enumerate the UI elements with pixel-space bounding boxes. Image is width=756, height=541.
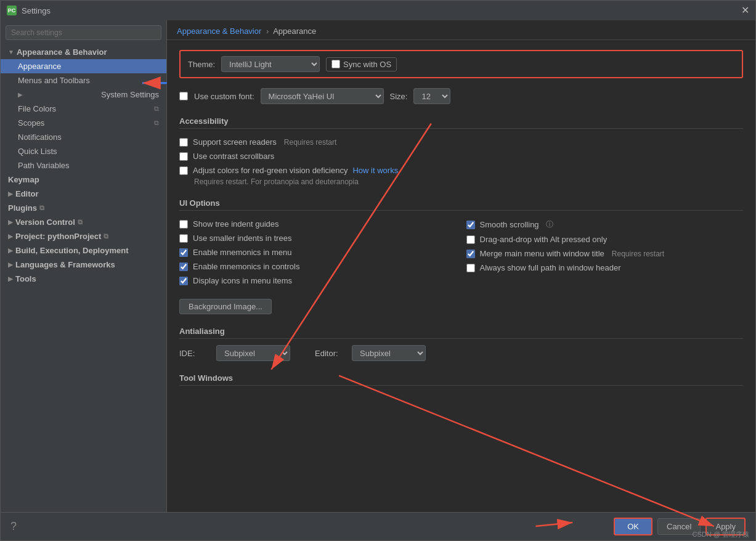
smooth-scrolling-checkbox[interactable] (466, 221, 475, 229)
mnemonics-controls-row: Enable mnemonics in controls (179, 259, 457, 274)
screen-readers-note: Requires restart (284, 138, 336, 147)
sidebar-item-plugins[interactable]: Plugins ⧉ (1, 201, 166, 215)
search-input[interactable] (6, 25, 161, 40)
app-icon: PC (7, 6, 17, 15)
ui-options-grid: Show tree indent guides Use smaller inde… (179, 217, 743, 288)
antialiasing-section: Antialiasing IDE: Subpixel Greyscale Non… (179, 327, 743, 361)
color-deficiency-row: Adjust colors for red-green vision defic… (179, 163, 743, 177)
copy-icon: ⧉ (154, 105, 159, 113)
full-path-checkbox[interactable] (466, 264, 475, 272)
smaller-indents-row: Use smaller indents in trees (179, 231, 457, 245)
sidebar-item-menus-toolbars[interactable]: Menus and Toolbars (1, 73, 166, 87)
expand-arrow-build: ▶ (8, 247, 13, 254)
tool-windows-section: Tool Windows (179, 373, 743, 386)
smooth-scrolling-info-icon: ⓘ (546, 219, 553, 230)
sidebar-item-path-variables[interactable]: Path Variables (1, 158, 166, 173)
contrast-scrollbars-row: Use contrast scrollbars (179, 149, 743, 163)
main-panel: Appearance & Behavior › Appearance Theme… (167, 20, 755, 512)
theme-label: Theme: (188, 60, 215, 69)
color-deficiency-checkbox[interactable] (179, 166, 188, 175)
help-button[interactable]: ? (10, 520, 17, 533)
bg-image-row: Background Image... (179, 294, 743, 314)
font-select[interactable]: Microsoft YaHei UI (261, 88, 384, 104)
merge-menu-row: Merge main menu with window title Requir… (466, 246, 744, 261)
display-icons-row: Display icons in menu items (179, 274, 457, 288)
display-icons-checkbox[interactable] (179, 277, 188, 285)
sidebar-item-system-settings[interactable]: ▶ System Settings (1, 87, 166, 102)
sidebar-item-languages[interactable]: ▶ Languages & Frameworks (1, 258, 166, 272)
tree-indent-label: Show tree indent guides (193, 219, 278, 229)
screen-readers-label: Support screen readers (193, 137, 277, 147)
tree-indent-checkbox[interactable] (179, 220, 188, 229)
expand-arrow-tools: ▶ (8, 275, 13, 282)
sidebar-item-file-colors[interactable]: File Colors ⧉ (1, 102, 166, 116)
expand-arrow-system: ▶ (18, 91, 23, 98)
ide-aa-select[interactable]: Subpixel Greyscale None (216, 345, 290, 361)
full-path-row: Always show full path in window header (466, 261, 744, 275)
sidebar-item-notifications[interactable]: Notifications (1, 130, 166, 144)
sidebar-item-appearance-behavior[interactable]: ▼ Appearance & Behavior (1, 45, 166, 59)
ui-options-section: UI Options Show tree indent guides Use s… (179, 198, 743, 314)
copy-icon-project: ⧉ (104, 232, 108, 240)
accessibility-section: Accessibility Support screen readers Req… (179, 116, 743, 186)
sidebar-item-build[interactable]: ▶ Build, Execution, Deployment (1, 243, 166, 258)
theme-select[interactable]: IntelliJ Light Darcula High contrast (221, 56, 320, 72)
size-label: Size: (390, 92, 408, 101)
contrast-scrollbars-checkbox[interactable] (179, 152, 188, 161)
breadcrumb: Appearance & Behavior › Appearance (167, 20, 755, 40)
search-box (1, 20, 166, 45)
sync-with-os-label: Sync with OS (343, 60, 391, 69)
mnemonics-controls-label: Enable mnemonics in controls (193, 262, 299, 271)
title-bar-left: PC Settings (7, 6, 51, 15)
smooth-scrolling-label: Smooth scrolling (480, 220, 539, 229)
tool-windows-title: Tool Windows (179, 373, 743, 386)
sync-with-os-checkbox[interactable] (331, 60, 340, 68)
merge-menu-note: Requires restart (612, 250, 664, 258)
expand-arrow-lang: ▶ (8, 261, 13, 268)
footer: ? OK Cancel Apply (1, 512, 755, 540)
sidebar-item-appearance[interactable]: Appearance (1, 59, 166, 73)
main-content: Theme: IntelliJ Light Darcula High contr… (167, 40, 755, 512)
contrast-scrollbars-label: Use contrast scrollbars (193, 152, 274, 161)
copy-icon-scopes: ⧉ (154, 119, 159, 127)
breadcrumb-parent[interactable]: Appearance & Behavior (177, 26, 261, 36)
title-bar: PC Settings ✕ (1, 1, 755, 20)
screen-readers-checkbox[interactable] (179, 138, 188, 147)
sidebar-item-project[interactable]: ▶ Project: pythonProject ⧉ (1, 229, 166, 243)
sidebar-item-editor[interactable]: ▶ Editor (1, 187, 166, 201)
ok-button[interactable]: OK (614, 518, 652, 535)
size-select[interactable]: 12 10 11 13 14 (413, 88, 450, 104)
color-deficiency-label: Adjust colors for red-green vision defic… (193, 166, 348, 175)
sidebar-item-keymap[interactable]: Keymap (1, 173, 166, 187)
mnemonics-menu-checkbox[interactable] (179, 248, 188, 257)
sidebar-item-scopes[interactable]: Scopes ⧉ (1, 116, 166, 130)
sync-with-os-wrapper[interactable]: Sync with OS (326, 57, 397, 71)
merge-menu-label: Merge main menu with window title (480, 249, 604, 258)
expand-arrow-editor: ▶ (8, 190, 13, 197)
dnd-alt-label: Drag-and-drop with Alt pressed only (480, 235, 608, 244)
mnemonics-menu-row: Enable mnemonics in menu (179, 245, 457, 259)
merge-menu-checkbox[interactable] (466, 250, 475, 258)
content-area: ▼ Appearance & Behavior Appearance Menus… (1, 20, 755, 512)
mnemonics-controls-checkbox[interactable] (179, 262, 188, 271)
how-it-works-link[interactable]: How it works (352, 166, 398, 175)
breadcrumb-current: Appearance (273, 26, 316, 36)
close-button[interactable]: ✕ (741, 6, 749, 15)
antialiasing-row: IDE: Subpixel Greyscale None Editor: Sub… (179, 345, 743, 361)
screen-readers-row: Support screen readers Requires restart (179, 135, 743, 149)
smaller-indents-checkbox[interactable] (179, 234, 188, 243)
color-deficiency-hint: Requires restart. For protanopia and deu… (179, 177, 743, 186)
sidebar-item-version-control[interactable]: ▶ Version Control ⧉ (1, 215, 166, 229)
use-custom-font-checkbox[interactable] (179, 92, 188, 100)
nav-section: ▼ Appearance & Behavior Appearance Menus… (1, 45, 166, 512)
bg-image-button[interactable]: Background Image... (179, 299, 272, 314)
window-title: Settings (22, 6, 51, 15)
editor-aa-select[interactable]: Subpixel Greyscale None (352, 345, 426, 361)
dnd-alt-checkbox[interactable] (466, 235, 475, 244)
sidebar-group-label: Appearance & Behavior (17, 47, 107, 57)
sidebar-item-quick-lists[interactable]: Quick Lists (1, 144, 166, 158)
sidebar-item-tools[interactable]: ▶ Tools (1, 272, 166, 286)
mnemonics-menu-label: Enable mnemonics in menu (193, 248, 291, 257)
full-path-label: Always show full path in window header (480, 263, 621, 272)
display-icons-label: Display icons in menu items (193, 276, 292, 285)
